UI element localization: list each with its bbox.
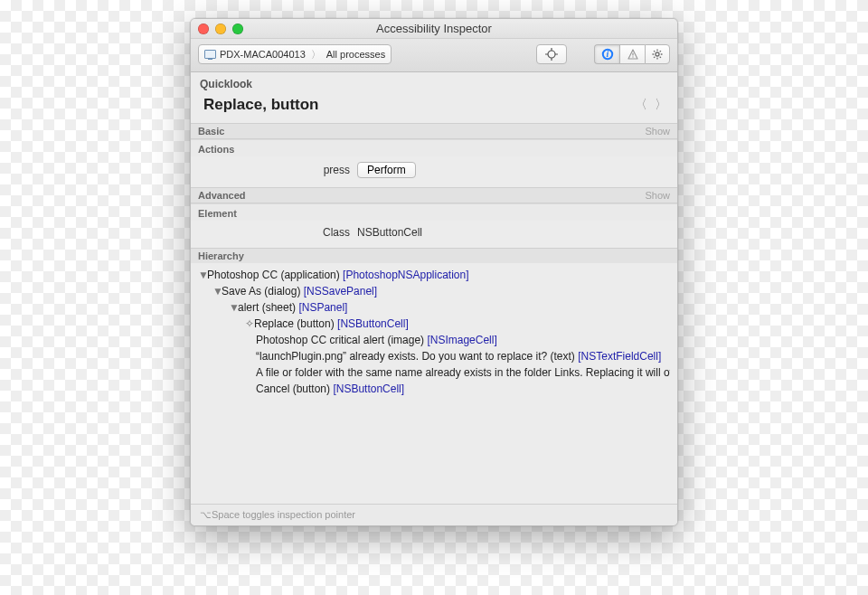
svg-line-15	[660, 57, 661, 58]
device-name: PDX-MACA004013	[220, 49, 306, 60]
info-tab[interactable]: i	[594, 44, 619, 64]
basic-title: Basic	[198, 126, 224, 137]
hierarchy-row[interactable]: ▼alert (sheet) [NSPanel]	[198, 299, 670, 316]
warning-icon	[627, 48, 639, 61]
gear-icon	[651, 48, 664, 61]
computer-icon	[204, 50, 216, 59]
content-area: Quicklook Replace, button 〈 〉 Basic Show…	[191, 72, 677, 525]
settings-tab[interactable]	[645, 44, 670, 64]
perform-button[interactable]: Perform	[357, 162, 416, 178]
target-icon	[545, 48, 558, 61]
target-breadcrumb[interactable]: PDX-MACA004013 〉 All processes	[198, 44, 392, 64]
svg-line-16	[660, 51, 661, 52]
traffic-lights	[198, 24, 243, 34]
quicklook-nav: 〈 〉	[634, 97, 668, 113]
element-section-header: Element	[191, 203, 677, 221]
svg-line-17	[654, 57, 655, 58]
hierarchy-row[interactable]: A file or folder with the same name alre…	[198, 364, 670, 381]
quicklook-heading: Replace, button	[203, 96, 634, 114]
close-icon[interactable]	[198, 24, 209, 34]
basic-section-header: Basic Show	[191, 123, 677, 139]
class-value: NSButtonCell	[357, 226, 422, 239]
process-scope: All processes	[326, 49, 385, 60]
svg-point-8	[632, 56, 633, 57]
action-name: press	[198, 164, 350, 176]
actions-section-header: Actions	[191, 139, 677, 156]
chevron-right-icon[interactable]: 〉	[654, 97, 668, 113]
svg-line-14	[654, 51, 655, 52]
svg-point-0	[548, 51, 555, 58]
chevron-left-icon[interactable]: 〈	[634, 97, 648, 113]
chevron-right-icon: 〉	[311, 48, 321, 61]
quicklook-label: Quicklook	[191, 72, 677, 92]
advanced-section-header: Advanced Show	[191, 187, 677, 203]
hierarchy-row[interactable]: ✧Replace (button) [NSButtonCell]	[198, 316, 670, 332]
zoom-icon[interactable]	[232, 24, 243, 34]
class-label: Class	[198, 226, 350, 239]
mode-segmented: i	[594, 44, 670, 64]
toolbar: PDX-MACA004013 〉 All processes i	[191, 39, 677, 72]
hierarchy-row[interactable]: “launchPlugin.png” already exists. Do yo…	[198, 348, 670, 364]
info-icon: i	[601, 48, 614, 61]
advanced-show-link[interactable]: Show	[645, 190, 670, 201]
inspection-pointer-button[interactable]	[536, 44, 567, 64]
status-hint: ⌥Space toggles inspection pointer	[200, 509, 355, 520]
hierarchy-row[interactable]: Cancel (button) [NSButtonCell]	[198, 381, 670, 397]
basic-show-link[interactable]: Show	[645, 126, 670, 137]
minimize-icon[interactable]	[215, 24, 226, 34]
audit-tab[interactable]	[619, 44, 645, 64]
hierarchy-row[interactable]: Photoshop CC critical alert (image) [NSI…	[198, 332, 670, 348]
svg-text:i: i	[606, 49, 609, 59]
hierarchy-section-header: Hierarchy	[191, 248, 677, 263]
inspector-window: Accessibility Inspector PDX-MACA004013 〉…	[190, 18, 678, 526]
window-title: Accessibility Inspector	[191, 22, 677, 35]
titlebar: Accessibility Inspector	[191, 19, 677, 39]
hierarchy-tree: ▼Photoshop CC (application) [PhotoshopNS…	[191, 263, 677, 404]
actions-row: press Perform	[191, 156, 677, 187]
hierarchy-row[interactable]: ▼Save As (dialog) [NSSavePanel]	[198, 283, 670, 299]
statusbar: ⌥Space toggles inspection pointer	[191, 504, 677, 525]
svg-point-9	[656, 52, 659, 56]
hierarchy-row[interactable]: ▼Photoshop CC (application) [PhotoshopNS…	[198, 267, 670, 283]
element-class-row: Class NSButtonCell	[191, 221, 677, 248]
advanced-title: Advanced	[198, 190, 246, 201]
hierarchy-title: Hierarchy	[198, 250, 244, 261]
